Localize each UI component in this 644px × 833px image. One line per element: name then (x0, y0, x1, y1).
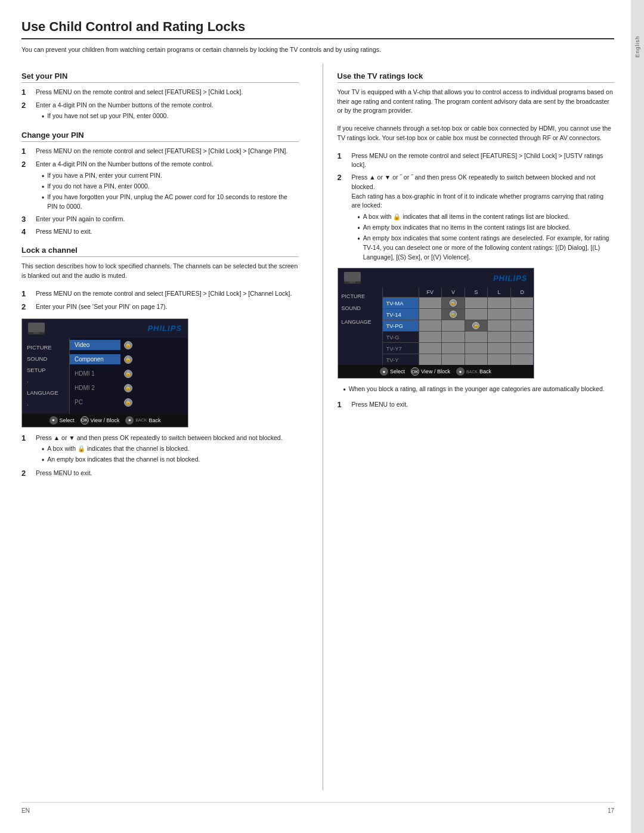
ratings-row-tvma: TV-MA 🔒 (383, 297, 534, 308)
lock-channel-intro: This section describes how to lock speci… (21, 262, 299, 281)
tvma-l (487, 298, 510, 308)
tvg-d (510, 332, 534, 342)
tvpg-s: 🔒 (465, 320, 488, 331)
svg-rect-2 (344, 272, 361, 281)
tvy-v (441, 354, 465, 365)
ratings-sidebar-sound: SOUND (338, 303, 382, 314)
menu-row-hdmi2: HDMI 2 🔒 (70, 381, 188, 395)
sidebar-picture: PICTURE (22, 342, 69, 353)
sidebar-dot1: · (22, 376, 69, 387)
tvy7-v (441, 343, 465, 354)
tvy-fv (419, 354, 442, 365)
tvpg-v (441, 320, 465, 331)
tv14-s (465, 309, 488, 320)
lock-icon-component: 🔒 (123, 354, 134, 365)
col-header-fv: FV (419, 287, 442, 297)
tvy7-fv (419, 343, 442, 354)
sidebar-dot2: · (22, 399, 69, 410)
col-header-s: S (465, 287, 488, 297)
menu-row-label-hdmi1: HDMI 1 (70, 368, 120, 379)
ratings-sidebar-dot2 (338, 328, 382, 330)
tvpg-l (487, 320, 510, 331)
select-icon: ● (49, 416, 58, 425)
menu-row-hdmi1: HDMI 1 🔒 (70, 367, 188, 381)
col-header-d: D (510, 287, 534, 297)
tvg-v (441, 332, 465, 342)
ratings-sidebar: PICTURE SOUND LANGUAGE (338, 287, 383, 365)
intro-text: You can prevent your children from watch… (21, 45, 614, 55)
bar-back-btn: ● BACK Back (125, 416, 160, 425)
ratings-label-tvy: TV-Y (383, 354, 419, 365)
tv-ratings-step-1-text: Press MENU on the remote control and sel… (352, 152, 603, 169)
menu-sidebar: PICTURE SOUND SETUP · LANGUAGE · (22, 338, 70, 414)
tvma-d (510, 298, 534, 308)
tvg-s (465, 332, 488, 342)
ratings-back-label: Back (479, 368, 491, 374)
tvma-v: 🔒 (441, 298, 465, 308)
change-pin-step-4-text: Press MENU to exit. (36, 228, 92, 235)
select-label: Select (60, 417, 75, 423)
menu-main: Video 🔒 Componen 🔒 (70, 338, 188, 414)
tv-icon-ratings (344, 272, 361, 284)
tv-ratings-step-3: Press MENU to exit. (338, 400, 615, 410)
change-pin-bullet-2: If you do not have a PIN, enter 0000. (42, 182, 299, 193)
ratings-row-tvy7: TV-Y7 (383, 342, 534, 354)
tv14-fv (419, 309, 442, 320)
change-pin-step-1: Press MENU on the remote control and sel… (21, 147, 299, 157)
lock-channel-step-1: Press MENU on the remote control and sel… (21, 289, 299, 299)
tv-ratings-intro-1: Your TV is equipped with a V-chip that a… (338, 88, 615, 116)
change-pin-step-4: Press MENU to exit. (21, 227, 299, 237)
lock-channel-title: Lock a channel (21, 246, 299, 257)
tv-icon (28, 323, 45, 335)
tvg-l (487, 332, 510, 342)
ratings-view-block-label: View / Block (421, 368, 450, 374)
set-pin-step-2-text: Enter a 4-digit PIN on the Number button… (36, 101, 213, 109)
ok-icon: OK (80, 416, 89, 425)
svg-rect-0 (28, 323, 45, 332)
ratings-bar-select-btn: ● Select (380, 367, 405, 376)
tv-ratings-bullet-3: An empty box indicates that some content… (358, 234, 615, 262)
tv14-l (487, 309, 510, 320)
tvpg-fv (419, 320, 442, 331)
bar-select-btn: ● Select (49, 416, 75, 425)
ratings-after-bullets: When you block a rating, all ratings in … (343, 385, 615, 395)
change-pin-step-3-text: Enter your PIN again to confirm. (36, 215, 125, 222)
ratings-header-row: FV V S L D (383, 287, 534, 297)
lock-channel-step-4: Press MENU to exit. (21, 469, 299, 479)
menu-row-label-hdmi2: HDMI 2 (70, 383, 120, 393)
set-pin-bullet-1: If you have not set up your PIN, enter 0… (42, 112, 299, 122)
side-tab-text: English (634, 36, 640, 58)
menu-row-label-video: Video (70, 340, 120, 350)
page-footer: EN 17 (21, 802, 614, 814)
tvy7-s (465, 343, 488, 354)
philips-logo-ratings: PHILIPS (493, 274, 528, 283)
menu-row-video: Video 🔒 (70, 338, 188, 352)
lock-icon-hdmi2: 🔒 (123, 383, 134, 394)
lock-channel-bullet-1: A box with 🔒 indicates that the channel … (42, 444, 299, 455)
back-icon: ● (125, 416, 134, 425)
page-container: Use Child Control and Rating Locks You c… (0, 0, 644, 833)
view-block-label: View / Block (91, 417, 120, 423)
ratings-sidebar-language: LANGUAGE (338, 317, 382, 328)
ratings-row-tvy: TV-Y (383, 354, 534, 365)
ratings-label-tvy7: TV-Y7 (383, 343, 419, 354)
change-pin-step-3: Enter your PIN again to confirm. (21, 215, 299, 225)
menu-row-label-pc: PC (70, 397, 120, 407)
tv14-d (510, 309, 534, 320)
change-pin-step-1-text: Press MENU on the remote control and sel… (36, 147, 287, 154)
ratings-label-tv14: TV-14 (383, 309, 419, 320)
tv-ratings-step-2-text: Press ▲ or ▼ or ˝ or ˝ and then press OK… (352, 174, 596, 190)
tv-ratings-step-2: Press ▲ or ▼ or ˝ or ˝ and then press OK… (338, 173, 615, 262)
channel-lock-menu-screenshot: PHILIPS PICTURE SOUND SETUP · LANGUAGE · (21, 318, 188, 428)
tvy-l (487, 354, 510, 365)
ratings-label-tvma: TV-MA (383, 298, 419, 308)
lock-channel-steps-2: Press ▲ or ▼ and then press OK repeatedl… (21, 433, 299, 479)
change-pin-title: Change your PIN (21, 131, 299, 142)
ratings-sidebar-picture: PICTURE (338, 291, 382, 302)
tvy7-d (510, 343, 534, 354)
change-pin-step-2-text: Enter a 4-digit PIN on the Number button… (36, 160, 213, 168)
footer-lang: EN (21, 807, 30, 814)
change-pin-bullet-1: If you have a PIN, enter your current PI… (42, 171, 299, 182)
ratings-after-bullet-1: When you block a rating, all ratings in … (343, 385, 615, 395)
tvma-fv (419, 298, 442, 308)
